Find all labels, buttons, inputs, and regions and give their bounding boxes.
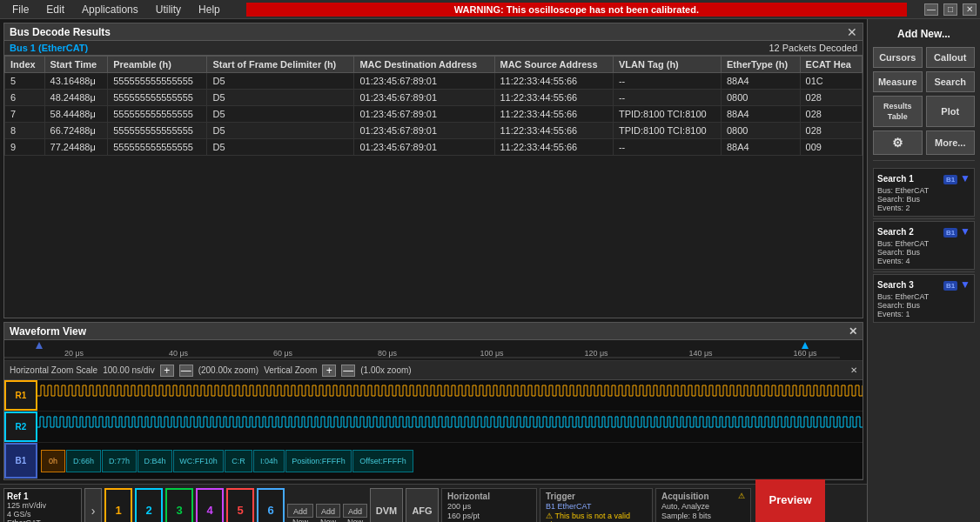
bus-decode-close-button[interactable]: ✕	[847, 25, 857, 39]
left-panel: Bus Decode Results ✕ Bus 1 (EtherCAT) 12…	[0, 19, 867, 522]
afg-button[interactable]: AFG	[406, 488, 439, 523]
decode-table-header: Index Start Time Preamble (h) Start of F…	[5, 57, 863, 73]
measure-button[interactable]: Measure	[873, 71, 923, 92]
horizontal-value: 200 μs	[447, 502, 531, 511]
search-items-container: Search 1 B1 ▼ Bus: EtherCAT Search: Bus …	[873, 166, 975, 323]
search-title-3: Search 3	[877, 280, 914, 290]
table-cell: D5	[207, 90, 354, 106]
svg-text:40 μs: 40 μs	[169, 349, 189, 358]
table-cell: D5	[207, 139, 354, 156]
icon-button[interactable]: ⚙	[873, 130, 923, 155]
search-arrow-2[interactable]: ▼	[960, 225, 970, 238]
table-cell: 028	[800, 123, 862, 139]
table-cell: --	[613, 73, 721, 90]
decode-table-container[interactable]: Index Start Time Preamble (h) Start of F…	[4, 56, 863, 318]
v-zoom-in-button[interactable]: +	[322, 365, 336, 377]
search-events-3: Events: 1	[877, 310, 970, 318]
h-zoom-in-button[interactable]: +	[160, 365, 174, 377]
add-bus-button[interactable]: AddNewBus	[343, 504, 367, 518]
trigger-warning: ⚠ This bus is not a valid trigger source…	[546, 512, 647, 523]
dvm-button[interactable]: DVM	[370, 488, 403, 523]
channel-3-button[interactable]: 3	[165, 488, 193, 523]
v-zoom-out-button[interactable]: —	[341, 365, 355, 377]
search-item-2[interactable]: Search 2 B1 ▼ Bus: EtherCAT Search: Bus …	[873, 221, 975, 270]
zoom-close-button[interactable]: ✕	[850, 365, 857, 375]
ref1-title: Ref 1	[7, 492, 78, 501]
channel-5-button[interactable]: 5	[226, 488, 254, 523]
channel-r2-row: R2	[4, 412, 863, 443]
col-index: Index	[5, 57, 45, 73]
packet-db4h: D:B4h	[138, 450, 172, 472]
search-arrow-1[interactable]: ▼	[960, 172, 970, 184]
search-divider-2	[873, 271, 975, 272]
search-title-1: Search 1	[877, 174, 914, 184]
channel-2-button[interactable]: 2	[135, 488, 163, 523]
preview-button[interactable]: Preview	[755, 478, 825, 523]
search-events-2: Events: 4	[877, 257, 970, 265]
minimize-button[interactable]: —	[924, 3, 938, 16]
waveform-close-icon[interactable]: ✕	[849, 325, 857, 338]
svg-text:120 μs: 120 μs	[584, 349, 608, 358]
bus-name-label: Bus 1 (EtherCAT)	[10, 43, 88, 53]
table-cell: 028	[800, 90, 862, 106]
menu-file[interactable]: File	[3, 2, 37, 17]
h-zoom-scale-value: 100.00 ns/div	[103, 365, 155, 375]
channel-r1-row: R1	[4, 380, 863, 412]
cursors-button[interactable]: Cursors	[873, 47, 923, 68]
add-ref-group: AddNewRef	[316, 504, 340, 518]
channel-b1-label: B1	[4, 443, 37, 478]
trigger-title: Trigger	[546, 492, 647, 501]
svg-text:100 μs: 100 μs	[480, 349, 504, 358]
svg-text:20 μs: 20 μs	[64, 349, 84, 358]
packet-i04h: I:04h	[253, 450, 285, 472]
plot-button[interactable]: Plot	[926, 96, 976, 127]
channel-4-button[interactable]: 4	[196, 488, 224, 523]
b1-marker	[36, 342, 43, 349]
expand-channels-button[interactable]: ›	[84, 488, 102, 523]
maximize-button[interactable]: □	[943, 3, 957, 16]
menu-edit[interactable]: Edit	[37, 2, 73, 17]
table-cell: 01:23:45:67:89:01	[354, 139, 494, 156]
svg-text:60 μs: 60 μs	[273, 349, 293, 358]
datetime-preview: Preview 27 Aug 2021 4:54:06 AM	[755, 478, 825, 523]
table-cell: 11:22:33:44:55:66	[494, 106, 613, 123]
results-plot-row: Results Table Plot	[873, 96, 975, 127]
menu-applications[interactable]: Applications	[73, 2, 147, 17]
table-cell: 77.24488μ	[44, 139, 108, 156]
add-math-button[interactable]: AddNewMath	[287, 504, 313, 518]
close-button[interactable]: ✕	[963, 3, 977, 16]
bottom-bar: Ref 1 125 mV/div 4 GS/s EtherCAT... › 1 …	[0, 484, 867, 522]
col-ecat: ECAT Hea	[800, 57, 862, 73]
h-zoom-out-button[interactable]: —	[179, 365, 193, 377]
ref1-line1: 125 mV/div	[7, 501, 78, 510]
time-ruler: 20 μs 40 μs 60 μs 80 μs 100 μs 120 μs 14…	[4, 340, 863, 361]
channel-1-button[interactable]: 1	[104, 488, 132, 523]
horizontal-info-panel: Horizontal 200 μs 160 ps/pt SR: 6.25 GS/…	[441, 488, 537, 523]
acquisition-line1: Auto, Analyze	[661, 502, 745, 511]
table-row: 648.24488μ555555555555555D501:23:45:67:8…	[5, 90, 863, 106]
acq-warning-icon: ⚠	[738, 492, 745, 501]
waveform-title: Waveform View	[10, 325, 86, 338]
add-ref-button[interactable]: AddNewRef	[316, 504, 340, 518]
add-button-group: AddNewMath	[287, 504, 313, 518]
packets-decoded-label: 12 Packets Decoded	[769, 43, 857, 53]
search-button[interactable]: Search	[926, 71, 976, 92]
table-cell: 555555555555555	[108, 123, 207, 139]
more-button[interactable]: More...	[926, 130, 976, 155]
menu-help[interactable]: Help	[190, 2, 229, 17]
table-cell: 01:23:45:67:89:01	[354, 106, 494, 123]
r1-waveform-svg	[37, 380, 863, 411]
search-type-1: Search: Bus	[877, 195, 970, 204]
callout-button[interactable]: Callout	[926, 47, 976, 68]
channel-6-button[interactable]: 6	[257, 488, 285, 523]
table-cell: D5	[207, 123, 354, 139]
packet-position: Position:FFFFh	[285, 450, 352, 472]
search-arrow-3[interactable]: ▼	[960, 278, 970, 291]
search-item-3[interactable]: Search 3 B1 ▼ Bus: EtherCAT Search: Bus …	[873, 274, 975, 323]
right-sidebar: Add New... Cursors Callout Measure Searc…	[867, 19, 980, 522]
menu-utility[interactable]: Utility	[147, 2, 190, 17]
search-item-1[interactable]: Search 1 B1 ▼ Bus: EtherCAT Search: Bus …	[873, 168, 975, 217]
r2-waveform-svg	[37, 412, 863, 442]
top-btn-row: Cursors Callout	[873, 47, 975, 68]
results-table-button[interactable]: Results Table	[873, 96, 923, 127]
